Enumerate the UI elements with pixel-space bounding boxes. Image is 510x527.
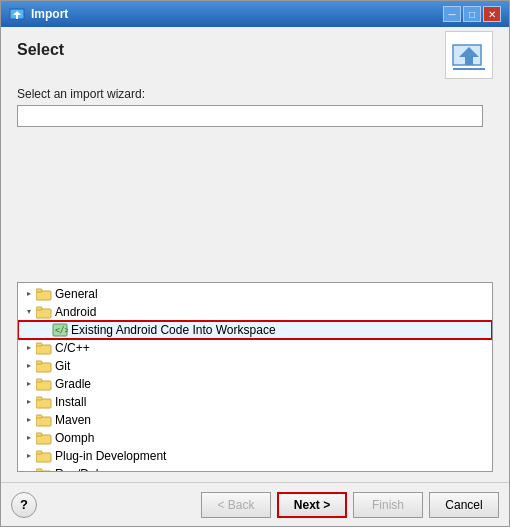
- svg-rect-6: [36, 289, 42, 292]
- folder-icon-general: [36, 286, 52, 302]
- arrow-oomph: [22, 431, 36, 445]
- tree-item-android[interactable]: Android: [18, 303, 492, 321]
- import-title-icon: [9, 6, 25, 22]
- finish-button[interactable]: Finish: [353, 492, 423, 518]
- cancel-button[interactable]: Cancel: [429, 492, 499, 518]
- title-bar-left: Import: [9, 6, 68, 22]
- android-code-icon: </>: [52, 322, 68, 338]
- bottom-left: ?: [11, 492, 37, 518]
- arrow-existing-android: [38, 323, 52, 337]
- folder-icon-gradle: [36, 376, 52, 392]
- folder-icon-plugin-dev: [36, 448, 52, 464]
- tree-label-cpp: C/C++: [55, 341, 90, 355]
- folder-icon-oomph: [36, 430, 52, 446]
- svg-rect-18: [36, 397, 42, 400]
- arrow-android: [22, 305, 36, 319]
- page-title: Select: [17, 41, 445, 59]
- svg-rect-8: [36, 307, 42, 310]
- back-button[interactable]: < Back: [201, 492, 271, 518]
- tree-label-run-debug: Run/Debug: [55, 467, 116, 472]
- tree-label-plugin-dev: Plug-in Development: [55, 449, 166, 463]
- svg-text:</>: </>: [55, 326, 68, 335]
- tree-item-cpp[interactable]: C/C++: [18, 339, 492, 357]
- arrow-gradle: [22, 377, 36, 391]
- tree-item-gradle[interactable]: Gradle: [18, 375, 492, 393]
- svg-rect-12: [36, 343, 42, 346]
- tree-item-install[interactable]: Install: [18, 393, 492, 411]
- tree-label-general: General: [55, 287, 98, 301]
- search-input[interactable]: [17, 105, 483, 127]
- import-dialog: Import ─ □ ✕ Select Select an import w: [0, 0, 510, 527]
- wizard-label: Select an import wizard:: [17, 87, 483, 101]
- svg-rect-24: [36, 451, 42, 454]
- maximize-button[interactable]: □: [463, 6, 481, 22]
- arrow-plugin-dev: [22, 449, 36, 463]
- tree-item-existing-android[interactable]: </> Existing Android Code Into Workspace: [18, 321, 492, 339]
- tree-label-maven: Maven: [55, 413, 91, 427]
- tree-label-gradle: Gradle: [55, 377, 91, 391]
- window-title: Import: [31, 7, 68, 21]
- folder-icon-maven: [36, 412, 52, 428]
- tree-item-run-debug[interactable]: Run/Debug: [18, 465, 492, 472]
- tree-item-general[interactable]: General: [18, 285, 492, 303]
- help-button[interactable]: ?: [11, 492, 37, 518]
- folder-icon-install: [36, 394, 52, 410]
- tree-label-existing-android: Existing Android Code Into Workspace: [71, 323, 276, 337]
- folder-icon-android: [36, 304, 52, 320]
- tree-container: General Android: [17, 282, 493, 473]
- svg-rect-22: [36, 433, 42, 436]
- search-row: Select an import wizard:: [17, 87, 483, 276]
- arrow-cpp: [22, 341, 36, 355]
- svg-rect-20: [36, 415, 42, 418]
- folder-icon-git: [36, 358, 52, 374]
- arrow-run-debug: [22, 467, 36, 472]
- svg-rect-16: [36, 379, 42, 382]
- header-row: Select: [17, 41, 493, 79]
- folder-icon-run-debug: [36, 466, 52, 472]
- tree-label-oomph: Oomph: [55, 431, 94, 445]
- arrow-install: [22, 395, 36, 409]
- folder-icon-cpp: [36, 340, 52, 356]
- title-bar: Import ─ □ ✕: [1, 1, 509, 27]
- bottom-bar: ? < Back Next > Finish Cancel: [1, 482, 509, 526]
- tree-label-git: Git: [55, 359, 70, 373]
- minimize-button[interactable]: ─: [443, 6, 461, 22]
- svg-rect-14: [36, 361, 42, 364]
- tree-item-oomph[interactable]: Oomph: [18, 429, 492, 447]
- tree-label-android: Android: [55, 305, 96, 319]
- import-icon-svg: [451, 37, 487, 73]
- next-button[interactable]: Next >: [277, 492, 347, 518]
- header-left: Select: [17, 41, 445, 73]
- tree-item-maven[interactable]: Maven: [18, 411, 492, 429]
- tree-item-git[interactable]: Git: [18, 357, 492, 375]
- content-area: Select Select an import wizard:: [1, 27, 509, 482]
- svg-rect-26: [36, 469, 42, 472]
- tree-label-install: Install: [55, 395, 86, 409]
- wizard-icon: [445, 31, 493, 79]
- arrow-maven: [22, 413, 36, 427]
- arrow-general: [22, 287, 36, 301]
- arrow-git: [22, 359, 36, 373]
- title-bar-controls: ─ □ ✕: [443, 6, 501, 22]
- tree-list[interactable]: General Android: [18, 283, 492, 472]
- bottom-right: < Back Next > Finish Cancel: [201, 492, 499, 518]
- close-button[interactable]: ✕: [483, 6, 501, 22]
- tree-item-plugin-dev[interactable]: Plug-in Development: [18, 447, 492, 465]
